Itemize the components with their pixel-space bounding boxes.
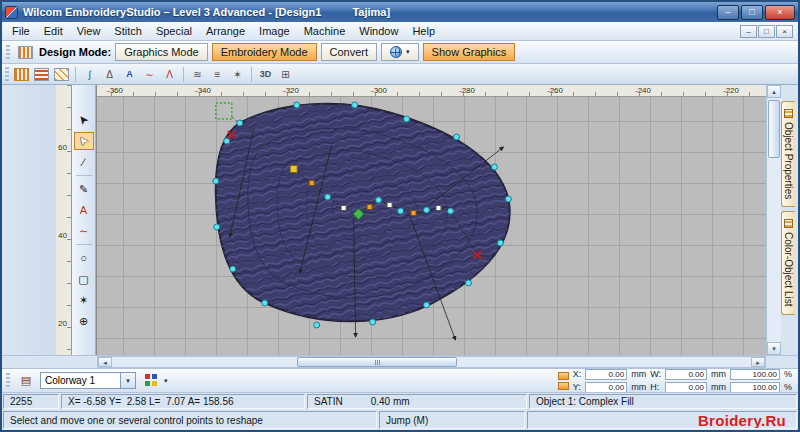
node-edit-tool[interactable]: ⊕: [74, 312, 94, 330]
h-field[interactable]: 0.00: [665, 382, 707, 393]
motif-run-icon[interactable]: ✶: [228, 66, 247, 83]
hscroll-thumb[interactable]: [297, 357, 457, 367]
menu-special[interactable]: Special: [149, 23, 199, 39]
menu-image[interactable]: Image: [252, 23, 297, 39]
ellipse-tool[interactable]: ○: [74, 249, 94, 267]
menu-stitch[interactable]: Stitch: [107, 23, 149, 39]
horizontal-ruler: -360 -340 -320 -300 -280 -260 -240 -220: [97, 85, 766, 97]
hruler-label: -220: [723, 86, 739, 95]
mix-colors-icon[interactable]: [140, 372, 160, 390]
stitch-count: 2255: [3, 394, 59, 409]
hatch-fill-icon[interactable]: ≡: [208, 66, 227, 83]
w-field[interactable]: 0.00: [665, 369, 707, 380]
grid-toggle-icon[interactable]: ⊞: [276, 66, 295, 83]
hoop-button[interactable]: ▾: [381, 43, 419, 61]
hint-text: Select and move one or several control p…: [3, 411, 377, 429]
scroll-right-icon[interactable]: ▸: [751, 357, 765, 367]
zigzag-stitch-icon[interactable]: Λ: [160, 66, 179, 83]
motif-fill-icon[interactable]: [54, 68, 69, 81]
percent-label: %: [784, 382, 792, 392]
show-graphics-button[interactable]: Show Graphics: [423, 43, 516, 61]
palette-icon[interactable]: ▤: [16, 372, 36, 390]
minimize-button[interactable]: –: [717, 5, 739, 20]
window-title-machine: Tajima]: [352, 6, 390, 18]
percent-label: %: [784, 369, 792, 379]
mdi-minimize-button[interactable]: –: [740, 25, 757, 38]
chevron-down-icon[interactable]: ▾: [120, 373, 135, 388]
horizontal-scrollbar[interactable]: ◂ ▸: [97, 356, 766, 368]
freehand-tool[interactable]: ∼: [74, 222, 94, 240]
tab-object-properties[interactable]: Object Properties: [781, 101, 795, 207]
watermark-cell: Broidery.Ru: [527, 411, 797, 429]
toolbar-grip[interactable]: [6, 45, 10, 60]
canvas-column: -360 -340 -320 -300 -280 -260 -240 -220: [96, 85, 766, 355]
position-icon[interactable]: [558, 372, 569, 380]
x-unit: mm: [631, 369, 646, 379]
lettering-tool[interactable]: A: [74, 201, 94, 219]
3d-view-button[interactable]: 3D: [256, 66, 275, 83]
scroll-down-icon[interactable]: ▾: [767, 342, 781, 355]
design-canvas[interactable]: [97, 97, 766, 355]
rectangle-tool[interactable]: ▢: [74, 270, 94, 288]
tool-separator: [76, 244, 92, 245]
vscroll-thumb[interactable]: [768, 100, 780, 158]
menu-file[interactable]: File: [5, 23, 37, 39]
w-percent-field[interactable]: 100.00: [730, 369, 780, 380]
tab-color-object-list[interactable]: Color-Object List: [781, 211, 795, 314]
docked-panel-tabs: Object Properties Color-Object List: [781, 85, 798, 355]
menu-window[interactable]: Window: [352, 23, 405, 39]
menu-arrange[interactable]: Arrange: [199, 23, 252, 39]
size-icon[interactable]: [558, 382, 569, 390]
mdi-restore-button[interactable]: □: [758, 25, 775, 38]
app-icon: [5, 6, 18, 19]
lettering-icon[interactable]: A: [120, 66, 139, 83]
object-info: Object 1: Complex Fill: [529, 394, 797, 409]
separator: [183, 67, 184, 82]
wave-effect-icon[interactable]: ∼: [140, 66, 159, 83]
menu-help[interactable]: Help: [405, 23, 442, 39]
toolbar2-grip[interactable]: [5, 67, 9, 82]
h-percent-field[interactable]: 100.00: [730, 382, 780, 393]
mdi-close-button[interactable]: ×: [776, 25, 793, 38]
hruler-label: -300: [371, 86, 387, 95]
star-tool[interactable]: ✶: [74, 291, 94, 309]
chevron-down-icon[interactable]: ▾: [164, 377, 168, 385]
design-mode-label: Design Mode:: [39, 46, 111, 58]
x-field[interactable]: 0.00: [585, 369, 627, 380]
contour-stitch-icon[interactable]: ∫: [80, 66, 99, 83]
menu-view[interactable]: View: [70, 23, 108, 39]
embroidery-mode-button[interactable]: Embroidery Mode: [212, 43, 317, 61]
convert-button[interactable]: Convert: [321, 43, 378, 61]
hruler-label: -240: [635, 86, 651, 95]
scroll-up-icon[interactable]: ▴: [767, 85, 781, 98]
app-window: Wilcom EmbroideryStudio – Level 3 Advanc…: [0, 0, 800, 432]
hruler-label: -320: [283, 86, 299, 95]
y-field[interactable]: 0.00: [585, 382, 627, 393]
watermark: Broidery.Ru: [698, 412, 790, 429]
measure-tool[interactable]: ∕: [74, 153, 94, 171]
menu-edit[interactable]: Edit: [37, 23, 70, 39]
triangle-stitch-icon[interactable]: Δ: [100, 66, 119, 83]
select-tool[interactable]: ➤: [74, 111, 94, 129]
hscroll-track[interactable]: [112, 357, 751, 367]
h-unit: mm: [711, 382, 726, 392]
pen-tool[interactable]: ✎: [74, 180, 94, 198]
tatami-fill-icon[interactable]: [14, 68, 29, 81]
close-button[interactable]: ×: [765, 5, 795, 20]
satin-fill-icon[interactable]: [34, 68, 49, 81]
tab-label: Object Properties: [783, 122, 794, 199]
florentine-effect-icon[interactable]: ≋: [188, 66, 207, 83]
hruler-label: -360: [107, 86, 123, 95]
maximize-button[interactable]: □: [741, 5, 763, 20]
embroidery-design[interactable]: [97, 97, 766, 355]
graphics-mode-button[interactable]: Graphics Mode: [115, 43, 208, 61]
vruler-label: 20: [58, 319, 67, 328]
menu-machine[interactable]: Machine: [297, 23, 353, 39]
stitch-type: SATIN: [314, 396, 343, 407]
colorway-grip[interactable]: [6, 373, 10, 388]
vertical-scrollbar[interactable]: ▴ ▾: [766, 85, 781, 355]
scroll-left-icon[interactable]: ◂: [98, 357, 112, 367]
h-label: H:: [650, 382, 661, 392]
colorway-select[interactable]: Colorway 1 ▾: [40, 372, 136, 389]
reshape-tool[interactable]: ➤: [74, 132, 94, 150]
